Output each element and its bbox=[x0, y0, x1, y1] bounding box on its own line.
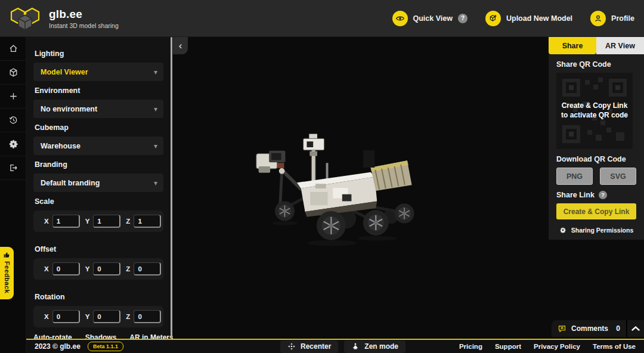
qr-code-placeholder: Create & Copy Link to activate QR code bbox=[556, 73, 633, 149]
ar-in-meters-toggle[interactable]: AR in Meters bbox=[129, 333, 173, 339]
share-link-row: Share Link ? bbox=[556, 191, 636, 199]
nav-rail bbox=[0, 37, 26, 353]
panel-scrollbar[interactable] bbox=[171, 37, 172, 339]
app-header: glb.ee Instant 3D model sharing Quick Vi… bbox=[0, 0, 644, 37]
nav-logout-button[interactable] bbox=[0, 156, 26, 180]
chevron-left-icon: ‹ bbox=[179, 40, 182, 52]
environment-select[interactable]: No environment ▾ bbox=[33, 100, 163, 118]
axis-y-label: Y bbox=[85, 313, 90, 320]
comments-icon bbox=[558, 324, 566, 333]
logout-icon bbox=[8, 163, 18, 173]
offset-group: X Y Z bbox=[33, 258, 163, 280]
zen-mode-label: Zen mode bbox=[364, 342, 398, 351]
rotation-x-input[interactable] bbox=[52, 310, 80, 323]
scale-y-input[interactable] bbox=[93, 215, 120, 228]
profile-icon bbox=[590, 11, 606, 26]
share-link-heading: Share Link bbox=[556, 191, 595, 199]
chevron-down-icon: ▾ bbox=[154, 142, 157, 150]
rotation-z-input[interactable] bbox=[134, 310, 161, 323]
cubemap-value: Warehouse bbox=[41, 142, 80, 150]
nav-home-button[interactable] bbox=[0, 37, 26, 61]
quick-view-help-icon[interactable]: ? bbox=[458, 14, 467, 23]
footer-bar: 2023 © glb.ee Beta 1.1.1 Recenter Zen mo… bbox=[26, 339, 644, 353]
offset-y-input[interactable] bbox=[93, 262, 120, 275]
rotation-label: Rotation bbox=[35, 293, 163, 301]
shadows-toggle[interactable]: Shadows bbox=[85, 333, 117, 339]
profile-button[interactable]: Profile bbox=[590, 11, 634, 26]
create-copy-link-button[interactable]: Create & Copy Link bbox=[556, 203, 636, 219]
recenter-icon bbox=[287, 342, 296, 351]
cubemap-select[interactable]: Warehouse ▾ bbox=[33, 137, 163, 155]
environment-value: No environment bbox=[41, 105, 97, 113]
chevron-down-icon: ▾ bbox=[154, 179, 157, 187]
terms-of-use-link[interactable]: Terms of Use bbox=[593, 343, 636, 350]
home-icon bbox=[8, 44, 18, 54]
tab-ar-view[interactable]: AR View bbox=[596, 37, 644, 54]
offset-z-input[interactable] bbox=[134, 262, 161, 275]
beta-version-badge: Beta 1.1.1 bbox=[88, 342, 123, 351]
nav-add-button[interactable] bbox=[0, 85, 26, 109]
nav-models-button[interactable] bbox=[0, 61, 26, 85]
add-icon bbox=[8, 91, 18, 101]
collapse-panel-button[interactable]: ‹ bbox=[173, 37, 188, 54]
auto-rotate-toggle[interactable]: Auto-rotate bbox=[33, 333, 72, 339]
comments-collapse-button[interactable] bbox=[626, 320, 644, 337]
axis-y-label: Y bbox=[85, 265, 90, 273]
lighting-label: Lighting bbox=[35, 49, 163, 58]
history-icon bbox=[8, 115, 18, 125]
download-qr-heading: Download QR Code bbox=[556, 155, 636, 163]
share-panel-tabs: Share AR View bbox=[549, 37, 644, 54]
cubemap-label: Cubemap bbox=[35, 123, 163, 132]
recenter-button[interactable]: Recenter bbox=[280, 340, 338, 353]
share-panel: Share AR View Share QR Code bbox=[549, 37, 644, 240]
rover-3d-model bbox=[252, 131, 426, 248]
feedback-button[interactable]: Feedback bbox=[0, 247, 14, 299]
feedback-label: Feedback bbox=[4, 261, 11, 293]
chevron-down-icon: ▾ bbox=[154, 68, 157, 76]
download-png-button[interactable]: PNG bbox=[556, 168, 593, 185]
eye-icon bbox=[392, 11, 408, 26]
header-actions: Quick View ? Upload New Model Profile bbox=[392, 11, 635, 26]
sharing-permissions-button[interactable]: Sharing Permissions bbox=[556, 227, 636, 234]
lighting-value: Model Viewer bbox=[41, 68, 88, 76]
support-link[interactable]: Support bbox=[495, 343, 521, 350]
settings-gear-icon bbox=[8, 139, 18, 149]
axis-z-label: Z bbox=[126, 265, 130, 273]
branding-select[interactable]: Default branding ▾ bbox=[33, 174, 163, 192]
share-link-help-icon[interactable]: ? bbox=[599, 191, 607, 199]
axis-x-label: X bbox=[44, 218, 49, 225]
scale-z-input[interactable] bbox=[134, 215, 161, 228]
lighting-select[interactable]: Model Viewer ▾ bbox=[33, 63, 163, 81]
quick-view-label: Quick View bbox=[413, 14, 453, 23]
quick-view-button[interactable]: Quick View ? bbox=[392, 11, 467, 26]
offset-x-input[interactable] bbox=[52, 262, 80, 275]
chevron-up-icon bbox=[631, 326, 640, 331]
app-subtitle: Instant 3D model sharing bbox=[49, 22, 119, 29]
copyright-text: 2023 © glb.ee bbox=[35, 342, 80, 351]
download-buttons-row: PNG SVG bbox=[556, 168, 636, 185]
profile-label: Profile bbox=[611, 14, 634, 23]
axis-x-label: X bbox=[44, 313, 49, 320]
tab-share[interactable]: Share bbox=[549, 37, 596, 54]
nav-settings-button[interactable] bbox=[0, 132, 26, 156]
zen-mode-icon bbox=[351, 342, 360, 351]
rotation-y-input[interactable] bbox=[93, 310, 120, 323]
share-qr-code-heading: Share QR Code bbox=[556, 60, 636, 69]
scale-label: Scale bbox=[35, 197, 163, 206]
nav-history-button[interactable] bbox=[0, 109, 26, 132]
comments-toggle[interactable]: Comments 0 bbox=[552, 324, 626, 333]
download-svg-button[interactable]: SVG bbox=[600, 168, 636, 185]
zen-mode-button[interactable]: Zen mode bbox=[344, 340, 405, 353]
scale-x-input[interactable] bbox=[52, 215, 80, 228]
sharing-permissions-label: Sharing Permissions bbox=[571, 227, 633, 234]
pricing-link[interactable]: Pricing bbox=[459, 343, 482, 350]
comments-bar: Comments 0 bbox=[552, 320, 644, 337]
brand-block[interactable]: glb.ee Instant 3D model sharing bbox=[49, 8, 119, 29]
footer-links: Pricing Support Privacy Policy Terms of … bbox=[459, 343, 636, 350]
axis-y-label: Y bbox=[85, 218, 90, 225]
model-settings-panel: Lighting Model Viewer ▾ Environment No e… bbox=[26, 37, 173, 339]
scale-group: X Y Z bbox=[33, 210, 163, 232]
privacy-policy-link[interactable]: Privacy Policy bbox=[534, 343, 580, 350]
upload-new-model-button[interactable]: Upload New Model bbox=[485, 11, 572, 26]
bottom-toggles: Auto-rotate Shadows AR in Meters bbox=[33, 333, 173, 339]
